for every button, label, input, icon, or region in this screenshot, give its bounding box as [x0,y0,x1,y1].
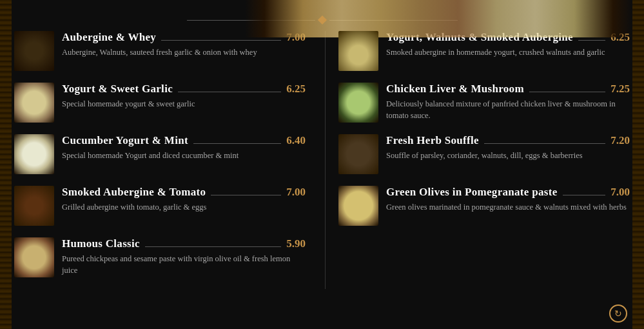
menu-item-description: Deliciously balanced mixture of panfried… [386,98,630,121]
menu-item: Humous Classic 5.90 Pureed chickpeas and… [14,237,306,277]
menu-item-description: Aubergine, Walnuts, sauteed fresh garlic… [62,46,306,58]
menu-item-description: Souffle of parsley, coriander, walnuts, … [386,150,630,161]
menu-item-description: Special homemade yogurt & sweet garlic [62,98,306,110]
menu-item-name: Green Olives in Pomegranate paste [386,186,558,199]
menu-item-title-row: Smoked Aubergine & Tomato 7.00 [62,186,306,199]
menu-item-image [14,186,54,226]
menu-item-title-row: Chicken Liver & Mushroom 7.25 [386,83,630,95]
menu-item: Smoked Aubergine & Tomato 7.00 Grilled a… [14,186,306,226]
menu-item-title-row: Humous Classic 5.90 [62,237,306,250]
menu-item: Cucumber Yogurt & Mint 6.40 Special home… [14,134,306,174]
menu-item-description: Smoked aubergine in homemade yogurt, cru… [386,46,630,58]
menu-item: Green Olives in Pomegranate paste 7.00 G… [338,186,630,226]
menu-item-image [338,134,378,174]
menu-item-dots [578,40,605,41]
menu-item-name: Cucumber Yogurt & Mint [62,134,188,147]
menu-item-title-row: Fresh Herb Souffle 7.20 [386,134,630,147]
scroll-indicator[interactable]: ↻ [609,304,627,323]
menu-item-title-row: Cucumber Yogurt & Mint 6.40 [62,134,306,147]
menu-item-image [14,134,54,174]
menu-item: Chicken Liver & Mushroom 7.25 Deliciousl… [338,83,630,123]
menu-item-details: Chicken Liver & Mushroom 7.25 Deliciousl… [386,83,630,121]
menu-item-image [14,83,54,123]
menu-item-dots [178,92,281,92]
menu-item-name: Fresh Herb Souffle [386,134,479,147]
menu-item-dots [484,143,605,144]
menu-item-description: Green olives marinated in pomegranate sa… [386,201,630,213]
menu-item-dots [563,195,606,195]
menu-item-details: Green Olives in Pomegranate paste 7.00 G… [386,186,630,213]
menu-item: Fresh Herb Souffle 7.20 Souffle of parsl… [338,134,630,174]
menu-item-price: 6.40 [286,134,306,147]
menu-item-image [338,31,378,71]
menu-item-price: 6.25 [286,83,306,95]
menu-item-image [14,237,54,277]
menu-item-price: 7.00 [610,186,630,199]
menu-item: Yogurt & Sweet Garlic 6.25 Special homem… [14,83,306,123]
page-header [0,0,644,13]
menu-content: Aubergine & Whey 7.00 Aubergine, Walnuts… [0,31,644,295]
menu-item-dots [211,195,281,195]
menu-item-name: Aubergine & Whey [62,31,156,44]
menu-item-details: Humous Classic 5.90 Pureed chickpeas and… [62,237,306,276]
menu-item-name: Humous Classic [62,237,140,250]
menu-item-title-row: Yogurt & Sweet Garlic 6.25 [62,83,306,95]
menu-item-image [338,83,378,123]
menu-item-price: 5.90 [286,237,306,250]
menu-item-dots [193,143,281,144]
menu-item-image [14,31,54,71]
menu-item-price: 7.00 [286,186,306,199]
menu-item-dots [529,92,605,92]
right-border [632,0,644,329]
menu-item-name: Smoked Aubergine & Tomato [62,186,206,199]
menu-item-details: Smoked Aubergine & Tomato 7.00 Grilled a… [62,186,306,213]
menu-item-title-row: Green Olives in Pomegranate paste 7.00 [386,186,630,199]
menu-item-price: 7.25 [610,83,630,95]
right-column: Yogurt, Walnuts & Smoked Aubergine 6.25 … [325,31,630,289]
left-border [0,0,12,329]
menu-item-name: Chicken Liver & Mushroom [386,83,524,95]
menu-item-dots [161,40,281,41]
menu-item-dots [145,246,281,247]
menu-item-name: Yogurt & Sweet Garlic [62,83,173,95]
menu-item-details: Yogurt & Sweet Garlic 6.25 Special homem… [62,83,306,110]
left-column: Aubergine & Whey 7.00 Aubergine, Walnuts… [14,31,318,289]
menu-item-description: Pureed chickpeas and sesame paste with v… [62,253,306,276]
menu-item-price: 7.20 [610,134,630,147]
menu-item-details: Fresh Herb Souffle 7.20 Souffle of parsl… [386,134,630,161]
menu-item-description: Grilled aubergine with tomato, garlic & … [62,201,306,213]
menu-item-details: Cucumber Yogurt & Mint 6.40 Special home… [62,134,306,161]
menu-item-image [338,186,378,226]
menu-item-description: Special homemade Yogurt and diced cucumb… [62,150,306,161]
scroll-arrow-icon: ↻ [614,308,622,319]
